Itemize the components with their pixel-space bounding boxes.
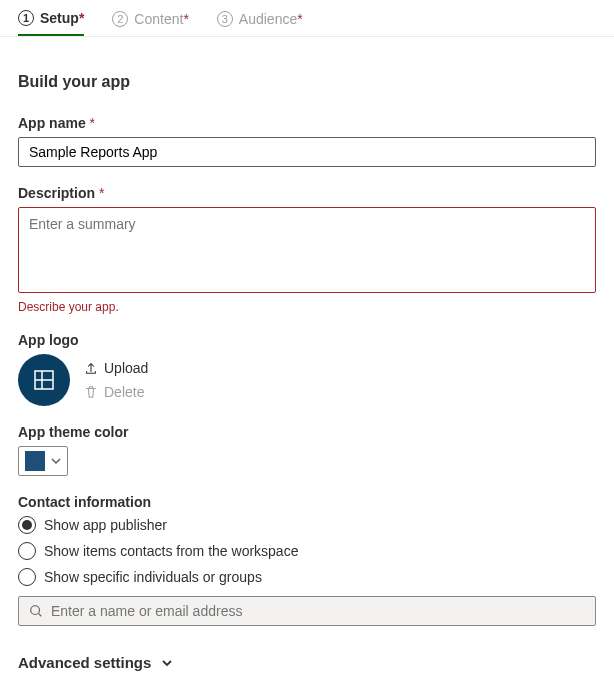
upload-button[interactable]: Upload: [84, 360, 148, 376]
wizard-tabs: 1 Setup* 2 Content* 3 Audience*: [0, 0, 614, 37]
tab-content[interactable]: 2 Content*: [112, 0, 189, 36]
radio-label: Show items contacts from the workspace: [44, 543, 298, 559]
app-name-label: App name *: [18, 115, 596, 131]
required-asterisk: *: [297, 11, 302, 27]
radio-show-workspace-contacts[interactable]: Show items contacts from the workspace: [18, 542, 596, 560]
svg-point-3: [31, 606, 40, 615]
color-swatch: [25, 451, 45, 471]
field-app-name: App name *: [18, 115, 596, 167]
required-asterisk: *: [99, 185, 104, 201]
radio-indicator: [18, 516, 36, 534]
app-name-input[interactable]: [18, 137, 596, 167]
tab-num: 3: [217, 11, 233, 27]
delete-button[interactable]: Delete: [84, 384, 148, 400]
search-icon: [29, 604, 43, 618]
field-description: Description * Describe your app.: [18, 185, 596, 314]
tab-num: 2: [112, 11, 128, 27]
app-logo-icon: [32, 368, 56, 392]
contact-search-box[interactable]: [18, 596, 596, 626]
chevron-down-icon: [161, 657, 173, 669]
description-error: Describe your app.: [18, 300, 596, 314]
page-title: Build your app: [18, 73, 596, 91]
chevron-down-icon: [51, 456, 61, 466]
radio-label: Show specific individuals or groups: [44, 569, 262, 585]
field-logo: App logo Upload: [18, 332, 596, 406]
tab-setup[interactable]: 1 Setup*: [18, 0, 84, 36]
theme-color-picker[interactable]: [18, 446, 68, 476]
required-asterisk: *: [183, 11, 188, 27]
contact-label: Contact information: [18, 494, 596, 510]
advanced-label: Advanced settings: [18, 654, 151, 671]
theme-color-label: App theme color: [18, 424, 596, 440]
required-asterisk: *: [79, 10, 84, 26]
tab-label: Setup: [40, 10, 79, 26]
contact-radio-group: Show app publisher Show items contacts f…: [18, 516, 596, 586]
radio-label: Show app publisher: [44, 517, 167, 533]
description-input[interactable]: [18, 207, 596, 293]
field-contact: Contact information Show app publisher S…: [18, 494, 596, 626]
logo-label: App logo: [18, 332, 596, 348]
tab-audience[interactable]: 3 Audience*: [217, 0, 303, 36]
form-content: Build your app App name * Description * …: [0, 37, 614, 689]
radio-show-publisher[interactable]: Show app publisher: [18, 516, 596, 534]
contact-search-input[interactable]: [51, 603, 585, 619]
tab-label: Audience: [239, 11, 297, 27]
delete-icon: [84, 385, 98, 399]
description-label: Description *: [18, 185, 596, 201]
tab-label: Content: [134, 11, 183, 27]
upload-icon: [84, 361, 98, 375]
radio-indicator: [18, 542, 36, 560]
svg-line-4: [39, 614, 42, 617]
required-asterisk: *: [90, 115, 95, 131]
advanced-settings-toggle[interactable]: Advanced settings: [18, 654, 596, 671]
field-theme-color: App theme color: [18, 424, 596, 476]
tab-num: 1: [18, 10, 34, 26]
radio-show-specific[interactable]: Show specific individuals or groups: [18, 568, 596, 586]
radio-indicator: [18, 568, 36, 586]
logo-preview: [18, 354, 70, 406]
